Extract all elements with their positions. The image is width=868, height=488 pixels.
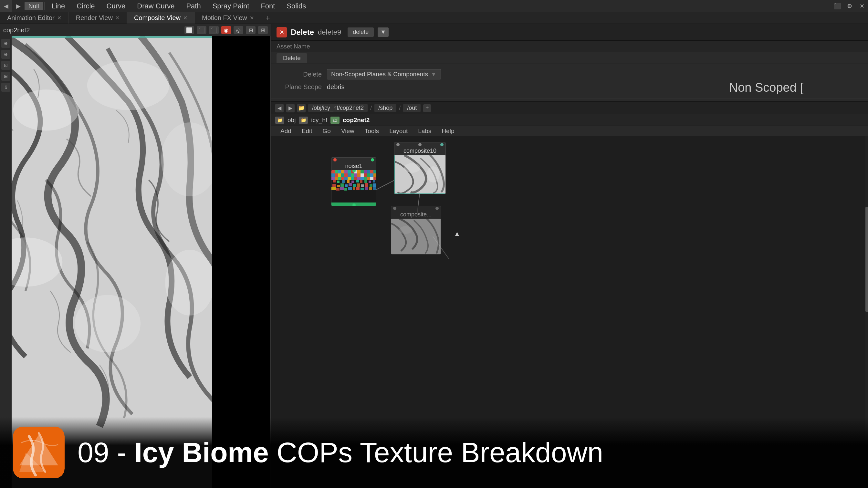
zoom-in-button[interactable]: ⊕ <box>1 39 10 48</box>
delete-label: Delete <box>277 71 322 78</box>
path-segment-2[interactable]: /shop <box>374 104 396 112</box>
menu-go[interactable]: Go <box>317 126 336 136</box>
svg-rect-44 <box>344 177 348 180</box>
viewport-icon-5[interactable]: ◎ <box>234 26 243 34</box>
non-scoped-badge: Non Scoped [ <box>729 81 803 95</box>
viewport-icon-7[interactable]: ⊞ <box>258 26 268 34</box>
delete-dropdown[interactable]: Non-Scoped Planes & Components ▼ <box>327 69 441 79</box>
svg-rect-41 <box>335 177 338 180</box>
viewport-icons: ⬜ ⬛ ⬛ ◉ ◎ ⊞ ⊞ <box>184 26 268 34</box>
title-number: 09 <box>78 436 109 468</box>
bc-folder-icon-2[interactable]: 📁 <box>299 117 308 124</box>
svg-point-96 <box>399 226 412 234</box>
viewport-icon-1[interactable]: ⬜ <box>184 26 194 34</box>
bc-cop2net2[interactable]: cop2net2 <box>343 117 370 124</box>
zoom-out-button[interactable]: ⊖ <box>1 50 10 59</box>
nav-back-icon[interactable]: ◀ <box>0 0 12 12</box>
toolbar-spray-paint[interactable]: Spray Paint <box>207 0 255 12</box>
node-dot-noise1 <box>333 158 337 161</box>
center-button[interactable]: ⊞ <box>1 72 10 81</box>
svg-rect-63 <box>369 181 371 183</box>
close-icon[interactable]: ✕ <box>856 0 868 12</box>
path-forward-button[interactable]: ▶ <box>286 104 294 112</box>
toolbar-circle[interactable]: Circle <box>71 0 100 12</box>
viewport-icon-3[interactable]: ⬛ <box>209 26 219 34</box>
viewport-icon-6[interactable]: ⊞ <box>246 26 255 34</box>
svg-rect-87 <box>373 187 376 190</box>
delete-tab[interactable]: Delete <box>277 53 307 63</box>
nav-forward-icon[interactable]: ▶ <box>12 0 25 12</box>
path-back-button[interactable]: ◀ <box>275 104 284 112</box>
svg-rect-42 <box>338 177 341 180</box>
svg-rect-52 <box>370 177 373 180</box>
tab-animation-editor[interactable]: Animation Editor ✕ <box>0 12 69 24</box>
svg-rect-43 <box>341 177 344 180</box>
svg-rect-17 <box>348 170 351 173</box>
node-composite10[interactable]: composite10 <box>394 142 446 194</box>
bc-obj[interactable]: obj <box>287 117 296 124</box>
tab-add-button[interactable]: + <box>261 12 275 24</box>
tab-motion-fx[interactable]: Motion FX View ✕ <box>195 12 261 24</box>
svg-rect-57 <box>342 180 345 183</box>
path-segment-1[interactable]: /obj/icy_hf/cop2net2 <box>308 104 368 112</box>
toolbar-path[interactable]: Path <box>180 0 207 12</box>
fit-button[interactable]: ⊡ <box>1 61 10 70</box>
viewport-icon-4[interactable]: ◉ <box>221 26 231 34</box>
toolbar-curve[interactable]: Curve <box>101 0 131 12</box>
node-dot-c10-3 <box>440 143 443 146</box>
tab-close-animation[interactable]: ✕ <box>57 15 61 21</box>
delete-arrow-button[interactable]: ▼ <box>378 28 389 37</box>
path-add-button[interactable]: + <box>423 104 431 112</box>
svg-rect-58 <box>347 180 349 183</box>
tabs-row: Animation Editor ✕ Render View ✕ Composi… <box>0 12 868 24</box>
menu-help[interactable]: Help <box>436 126 459 136</box>
props-title: Delete <box>291 28 314 37</box>
tab-render-view[interactable]: Render View ✕ <box>69 12 127 24</box>
tab-close-motion[interactable]: ✕ <box>250 15 254 21</box>
path-folder-button[interactable]: 📁 <box>297 104 306 112</box>
delete-button[interactable]: delete <box>348 28 374 37</box>
plane-scope-value: debris <box>327 83 344 91</box>
svg-rect-47 <box>354 177 357 180</box>
plane-scope-label: Plane Scope <box>277 83 322 91</box>
toolbar-solids[interactable]: Solids <box>281 0 312 12</box>
expand-icon[interactable]: ⬛ <box>831 0 843 12</box>
menu-tools[interactable]: Tools <box>360 126 384 136</box>
svg-rect-82 <box>353 187 355 190</box>
bc-icy-hf[interactable]: icy_hf <box>311 117 327 124</box>
node-composite11[interactable]: composite... <box>391 206 441 255</box>
svg-rect-80 <box>344 188 347 191</box>
settings-icon[interactable]: ⚙ <box>843 0 856 12</box>
menu-layout[interactable]: Layout <box>384 126 413 136</box>
svg-rect-72 <box>356 184 360 187</box>
tab-close-render[interactable]: ✕ <box>115 15 120 21</box>
node-title-composite10: composite10 <box>402 147 438 155</box>
svg-rect-46 <box>351 177 354 180</box>
svg-rect-20 <box>357 170 361 173</box>
tab-composite-view[interactable]: Composite View ✕ <box>127 12 195 24</box>
svg-point-1 <box>13 90 79 130</box>
tab-close-composite[interactable]: ✕ <box>183 15 187 21</box>
path-segment-3[interactable]: /out <box>403 104 421 112</box>
menu-view[interactable]: View <box>336 126 360 136</box>
node-noise1[interactable]: noise1 <box>331 157 376 206</box>
info-button[interactable]: ℹ <box>1 83 10 92</box>
title-separator: - <box>117 436 134 468</box>
bc-folder-icon-1[interactable]: 📁 <box>275 117 284 124</box>
viewport-icon-2[interactable]: ⬛ <box>197 26 207 34</box>
toolbar-font[interactable]: Font <box>255 0 281 12</box>
menu-labs[interactable]: Labs <box>413 126 436 136</box>
menu-add[interactable]: Add <box>275 126 297 136</box>
svg-rect-86 <box>369 187 372 190</box>
bc-folder-icon-3[interactable]: 🗂 <box>331 117 340 124</box>
viewport-label: cop2net2 <box>3 27 30 34</box>
toolbar-draw-curve[interactable]: Draw Curve <box>131 0 180 12</box>
svg-rect-56 <box>337 181 340 183</box>
menu-edit[interactable]: Edit <box>297 126 317 136</box>
svg-rect-68 <box>340 184 344 187</box>
toolbar-line[interactable]: Line <box>46 0 71 12</box>
svg-rect-59 <box>351 181 354 183</box>
props-header: ✕ Delete delete9 delete ▼ <box>271 24 868 41</box>
null-button[interactable]: Null <box>25 2 43 10</box>
svg-rect-30 <box>344 173 348 177</box>
